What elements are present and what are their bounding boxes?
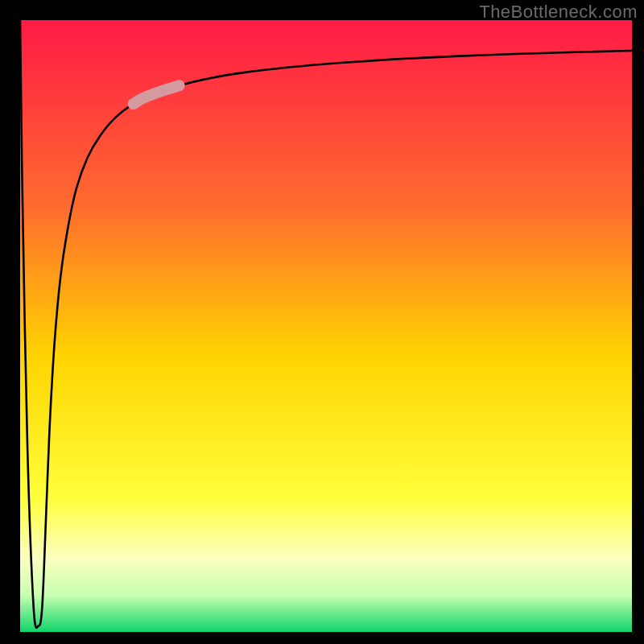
watermark-label: TheBottleneck.com xyxy=(479,2,638,23)
gradient-background xyxy=(20,20,632,632)
chart-frame: TheBottleneck.com xyxy=(0,0,644,644)
plot-area xyxy=(20,20,632,632)
chart-svg xyxy=(20,20,632,632)
